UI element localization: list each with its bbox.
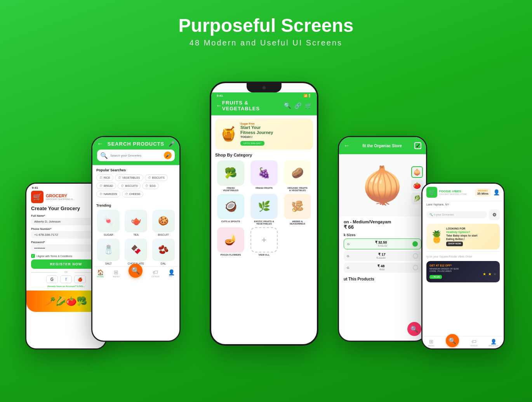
nav-home[interactable]: 🏠HOME — [97, 269, 104, 278]
about-section-title: ut This Products — [339, 275, 426, 283]
trend-chocolate[interactable]: 🍫 CHOCALATE — [124, 238, 148, 265]
trend-biscuit[interactable]: 🍪 BISCUIT — [151, 210, 176, 236]
trend-dal-img: 🫘 — [152, 238, 175, 261]
promo-banner[interactable]: 🍯 Sugar Free Start YourFitness Journey T… — [215, 118, 313, 150]
cat-label-pooja: POOJA FLOWERS — [215, 254, 246, 256]
trend-tea[interactable]: 🫖 TEA — [124, 210, 148, 236]
size-item-1[interactable]: G ₹ 32.50 ₹ 41.70 — [344, 238, 421, 249]
phone-input[interactable]: +1 678-336-7172 — [31, 231, 101, 238]
search-bar[interactable]: 🔍 🎤 — [97, 150, 175, 161]
offer-banner[interactable]: GET AT $12 OFF* MINIMUM ORDER OF $150COD… — [426, 261, 500, 282]
store-divider — [426, 251, 500, 252]
already-account-text: Already have an Account? LOGI... — [31, 285, 101, 287]
tag-cheese[interactable]: ⏱CHEESE — [122, 191, 144, 197]
trend-biscuit-img: 🍪 — [152, 210, 175, 232]
size-item-3[interactable]: G ₹ 48 ₹ 66 — [344, 263, 421, 273]
back-arrow-icon[interactable]: ← — [97, 140, 103, 147]
tag-rice[interactable]: ⏱RICE — [96, 174, 113, 181]
store-sub: GROCERY SHOPPING STORE — [439, 193, 467, 195]
size-old-price-2: ₹ 21.50 — [376, 256, 385, 259]
register-button[interactable]: REGISTER NOW — [31, 259, 101, 269]
product-check-icon: ✓ — [414, 142, 421, 149]
terms-checkbox[interactable]: ✓ — [31, 254, 35, 258]
tags-row-3: ⏱NAMKEEN ⏱CHEESE — [96, 191, 176, 197]
promo-text-area: Sugar Free Start YourFitness Journey TOD… — [240, 122, 308, 146]
tag-vegetables[interactable]: ⏱VEGETABLES — [115, 174, 143, 181]
size-item-2[interactable]: G ₹ 17 ₹ 21.50 — [344, 251, 421, 261]
cat-herbs[interactable]: 🫚 HERBS &SEASONINGS — [282, 194, 313, 225]
tag-biscuits2[interactable]: ⏱BISCUITS — [118, 183, 141, 189]
cat-pooja-flowers[interactable]: 🪔 POOJA FLOWERS — [215, 227, 246, 256]
thumb-2[interactable]: 🍅 — [411, 179, 423, 191]
promo2-title: LOOKING FOR — [446, 227, 477, 230]
mic-icon[interactable]: 🎤 — [169, 141, 175, 147]
cat-fresh-fruits[interactable]: 🍇 FRESH FRUITS — [249, 160, 280, 191]
nav-fab-search[interactable]: 🔍 — [129, 269, 143, 278]
offer-sub-text: MINIMUM ORDER OF $150CODE: PLUSCARES — [429, 268, 459, 272]
fruits-header: ← FRUITS & VEGETABLES 🔍 🔗 🛒 — [211, 97, 317, 115]
cat-icon-organic: 🥔 — [284, 160, 311, 186]
store-search-input[interactable]: 🔍 n your Groceries — [426, 211, 487, 218]
cat-view-all-btn[interactable]: + — [250, 227, 278, 252]
cat-cuts-spouts[interactable]: 🥥 CUTS & SPOUTS — [215, 194, 246, 225]
full-name-input[interactable]: Alberto D. Johnson — [31, 218, 101, 225]
cat-view-all[interactable]: + VIEW ALL — [249, 227, 280, 256]
grocery-logo-name: GROCERY — [46, 193, 75, 198]
trend-dal[interactable]: 🫘 DAL — [151, 238, 176, 265]
size-radio-1[interactable] — [412, 241, 418, 247]
grocery-logo: 🛒 GROCERY GROCERY SHOPPING S... — [31, 191, 101, 203]
tag-namkeen[interactable]: ⏱NAMKEEN — [96, 191, 120, 197]
tag-bread[interactable]: ⏱BREAD — [96, 183, 116, 189]
trend-tea-img: 🫖 — [125, 210, 147, 232]
nav-menu[interactable]: ⊞MENU — [113, 269, 120, 278]
password-input[interactable]: •••••••••• — [31, 244, 101, 252]
cat-icon-cuts: 🥥 — [217, 194, 244, 219]
promo2-cta-button[interactable]: SHOP NOW — [446, 242, 463, 246]
trending-row-2: 🧂 SALT 🍫 CHOCALATE 🫘 DAL — [96, 238, 176, 265]
stars-rating: ★ ★ ★ — [483, 270, 497, 277]
product-back-icon[interactable]: ← — [344, 142, 350, 149]
google-login-button[interactable]: G — [46, 275, 58, 283]
cart-header-icon[interactable]: 🛒 — [305, 102, 312, 109]
nav-profile[interactable]: 👤PR... — [168, 269, 175, 278]
cat-fresh-vegetables[interactable]: 🥦 FRESHVEGETABLES — [215, 160, 246, 191]
promo-cta[interactable]: UPTO 20% OFF* — [240, 141, 264, 146]
offer-tag: GET AT $12 OFF* — [429, 264, 497, 267]
facebook-login-button[interactable]: f — [60, 275, 72, 283]
cat-exotic-fruits[interactable]: 🌿 EXOTIC FRUITS &VEGETABLES — [249, 194, 280, 225]
snav-fab[interactable]: 🔍 — [446, 339, 459, 347]
thumb-1[interactable]: 🧅 — [411, 166, 423, 178]
share-header-icon[interactable]: 🔗 — [294, 102, 302, 109]
search-submit-icon[interactable]: 🎤 — [164, 151, 172, 159]
tag-egg[interactable]: ⏱EGG — [142, 183, 159, 189]
snav-menu[interactable]: ⊞MENU — [428, 339, 435, 347]
cat-icon-pooja: 🪔 — [217, 227, 244, 252]
search-header-icon[interactable]: 🔍 — [284, 102, 291, 109]
trend-chocolate-img: 🍫 — [125, 238, 147, 261]
fruits-header-icons: 🔍 🔗 🛒 — [284, 102, 312, 109]
snav-offer[interactable]: 🏷OFFER — [470, 339, 478, 347]
trend-salt[interactable]: 🧂 SALT — [96, 238, 121, 265]
search-input[interactable] — [110, 154, 162, 157]
hero-section: Purposeful Screens 48 Modern and Useful … — [179, 15, 354, 47]
grocery-logo-icon: 🛒 — [31, 191, 43, 203]
store-logo: 🛒 FOODIE VIBES GROCERY SHOPPING STORE — [426, 187, 467, 198]
size-radio-2[interactable] — [413, 253, 418, 259]
store-promo-banner[interactable]: 🍍 LOOKING FOR Healthily Options? Take Ba… — [426, 224, 500, 249]
favorite-fab-icon[interactable]: 🔍 — [407, 322, 421, 336]
size-list: G ₹ 32.50 ₹ 41.70 G ₹ 17 ₹ 21.50 — [344, 238, 421, 273]
size-radio-3[interactable] — [413, 265, 418, 270]
cat-organic-fruits[interactable]: 🥔 ORGANIC FRUITS& VEGETBLES — [282, 160, 313, 191]
nav-offer[interactable]: 🏷OFFER — [151, 269, 159, 278]
tag-biscuits[interactable]: ⏱BISCUITS — [145, 174, 168, 181]
user-icon[interactable]: 👤 — [493, 189, 500, 195]
phone-store: 🛒 FOODIE VIBES GROCERY SHOPPING STORE IN… — [421, 183, 505, 350]
store-header-right: INSTANT 35 Mins 👤 — [475, 188, 500, 197]
trend-sugar[interactable]: 🍬 SUGAR — [96, 210, 121, 236]
apple-login-button[interactable]: 🍎 — [74, 275, 86, 283]
product-store-name: fit the Organiac Store — [353, 144, 411, 148]
snav-profile[interactable]: 👤PROFILE — [489, 339, 498, 347]
filter-button[interactable]: ⚙ — [489, 209, 500, 220]
fruits-back-icon[interactable]: ← — [216, 102, 222, 109]
trend-salt-label: SALT — [96, 262, 121, 265]
